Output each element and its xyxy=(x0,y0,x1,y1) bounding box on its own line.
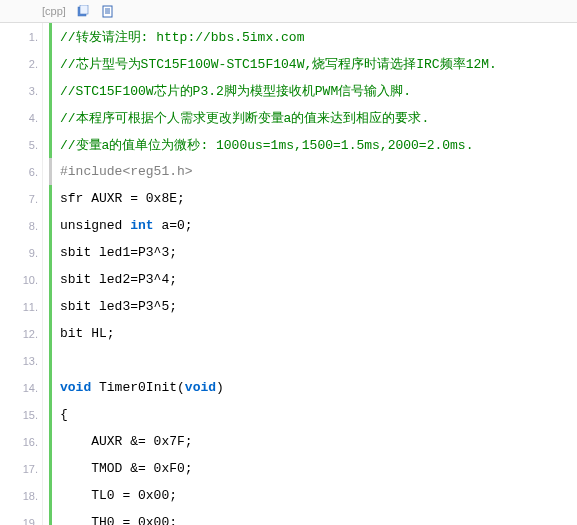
token-plain: sbit led2=P3^4; xyxy=(60,272,177,287)
token-plain: Timer0Init( xyxy=(91,380,185,395)
code-line: 18. TL0 = 0x00; xyxy=(0,482,577,509)
copy-icon[interactable] xyxy=(76,4,90,18)
line-number: 19. xyxy=(0,509,43,525)
line-number: 14. xyxy=(0,374,43,401)
code-content[interactable]: //转发请注明: http://bbs.5imx.com xyxy=(60,23,577,50)
line-number: 15. xyxy=(0,401,43,428)
code-line: 2.//芯片型号为STC15F100W-STC15F104W,烧写程序时请选择I… xyxy=(0,50,577,77)
code-content[interactable]: //STC15F100W芯片的P3.2脚为模型接收机PWM信号输入脚. xyxy=(60,77,577,104)
code-line: 8.unsigned int a=0; xyxy=(0,212,577,239)
code-content[interactable]: sbit led3=P3^5; xyxy=(60,293,577,320)
line-number: 10. xyxy=(0,266,43,293)
line-number: 8. xyxy=(0,212,43,239)
code-content[interactable]: AUXR &= 0x7F; xyxy=(60,428,577,455)
token-comment: //转发请注明: http://bbs.5imx.com xyxy=(60,28,304,46)
change-bar xyxy=(49,347,52,374)
code-line: 13. xyxy=(0,347,577,374)
change-bar xyxy=(49,77,52,104)
change-bar xyxy=(49,320,52,347)
code-content[interactable]: bit HL; xyxy=(60,320,577,347)
code-content[interactable]: void Timer0Init(void) xyxy=(60,374,577,401)
code-line: 11.sbit led3=P3^5; xyxy=(0,293,577,320)
code-content[interactable]: { xyxy=(60,401,577,428)
line-number: 9. xyxy=(0,239,43,266)
change-bar xyxy=(49,266,52,293)
change-bar xyxy=(49,401,52,428)
change-bar xyxy=(49,455,52,482)
change-bar xyxy=(49,212,52,239)
code-content[interactable]: TMOD &= 0xF0; xyxy=(60,455,577,482)
change-bar xyxy=(49,509,52,525)
code-content[interactable] xyxy=(60,347,577,374)
change-bar xyxy=(49,158,52,185)
code-content[interactable]: //本程序可根据个人需求更改判断变量a的值来达到相应的要求. xyxy=(60,104,577,131)
token-plain: TH0 = 0x00; xyxy=(60,515,177,525)
code-line: 14.void Timer0Init(void) xyxy=(0,374,577,401)
code-line: 5.//变量a的值单位为微秒: 1000us=1ms,1500=1.5ms,20… xyxy=(0,131,577,158)
change-bar xyxy=(49,239,52,266)
token-plain: AUXR &= 0x7F; xyxy=(60,434,193,449)
line-number: 3. xyxy=(0,77,43,104)
change-bar xyxy=(49,104,52,131)
code-line: 12.bit HL; xyxy=(0,320,577,347)
token-plain: TMOD &= 0xF0; xyxy=(60,461,193,476)
code-line: 16. AUXR &= 0x7F; xyxy=(0,428,577,455)
code-line: 3.//STC15F100W芯片的P3.2脚为模型接收机PWM信号输入脚. xyxy=(0,77,577,104)
code-line: 9.sbit led1=P3^3; xyxy=(0,239,577,266)
line-number: 2. xyxy=(0,50,43,77)
line-number: 12. xyxy=(0,320,43,347)
code-content[interactable]: //芯片型号为STC15F100W-STC15F104W,烧写程序时请选择IRC… xyxy=(60,50,577,77)
change-bar xyxy=(49,185,52,212)
code-content[interactable]: sbit led1=P3^3; xyxy=(60,239,577,266)
token-plain: TL0 = 0x00; xyxy=(60,488,177,503)
token-comment: //变量a的值单位为微秒: 1000us=1ms,1500=1.5ms,2000… xyxy=(60,136,473,154)
view-icon[interactable] xyxy=(102,4,116,18)
line-number: 1. xyxy=(0,23,43,50)
code-line: 1.//转发请注明: http://bbs.5imx.com xyxy=(0,23,577,50)
line-number: 13. xyxy=(0,347,43,374)
line-number: 5. xyxy=(0,131,43,158)
token-plain: unsigned xyxy=(60,218,130,233)
code-content[interactable]: TH0 = 0x00; xyxy=(60,509,577,525)
token-plain: ) xyxy=(216,380,224,395)
change-bar xyxy=(49,374,52,401)
line-number: 4. xyxy=(0,104,43,131)
change-bar xyxy=(49,131,52,158)
token-plain: a=0; xyxy=(154,218,193,233)
code-line: 10.sbit led2=P3^4; xyxy=(0,266,577,293)
code-listing: 1.//转发请注明: http://bbs.5imx.com2.//芯片型号为S… xyxy=(0,23,577,525)
language-tag: [cpp] xyxy=(42,5,66,17)
line-number: 6. xyxy=(0,158,43,185)
code-line: 19. TH0 = 0x00; xyxy=(0,509,577,525)
token-plain: bit HL; xyxy=(60,326,115,341)
token-plain xyxy=(60,353,68,368)
change-bar xyxy=(49,482,52,509)
code-content[interactable]: unsigned int a=0; xyxy=(60,212,577,239)
token-plain: { xyxy=(60,407,68,422)
code-header: [cpp] xyxy=(0,0,577,23)
code-line: 7.sfr AUXR = 0x8E; xyxy=(0,185,577,212)
change-bar xyxy=(49,50,52,77)
line-number: 16. xyxy=(0,428,43,455)
code-content[interactable]: //变量a的值单位为微秒: 1000us=1ms,1500=1.5ms,2000… xyxy=(60,131,577,158)
token-plain: sbit led1=P3^3; xyxy=(60,245,177,260)
token-void: void xyxy=(185,380,216,395)
token-comment: //本程序可根据个人需求更改判断变量a的值来达到相应的要求. xyxy=(60,109,429,127)
code-content[interactable]: sfr AUXR = 0x8E; xyxy=(60,185,577,212)
code-content[interactable]: sbit led2=P3^4; xyxy=(60,266,577,293)
code-line: 6.#include<reg51.h> xyxy=(0,158,577,185)
code-line: 17. TMOD &= 0xF0; xyxy=(0,455,577,482)
svg-rect-1 xyxy=(80,5,88,14)
token-type: int xyxy=(130,218,153,233)
code-line: 15.{ xyxy=(0,401,577,428)
token-void: void xyxy=(60,380,91,395)
token-preproc: #include<reg51.h> xyxy=(60,164,193,179)
token-comment: //芯片型号为STC15F100W-STC15F104W,烧写程序时请选择IRC… xyxy=(60,55,497,73)
change-bar xyxy=(49,23,52,50)
line-number: 18. xyxy=(0,482,43,509)
change-bar xyxy=(49,293,52,320)
line-number: 11. xyxy=(0,293,43,320)
code-line: 4.//本程序可根据个人需求更改判断变量a的值来达到相应的要求. xyxy=(0,104,577,131)
code-content[interactable]: #include<reg51.h> xyxy=(60,158,577,185)
code-content[interactable]: TL0 = 0x00; xyxy=(60,482,577,509)
